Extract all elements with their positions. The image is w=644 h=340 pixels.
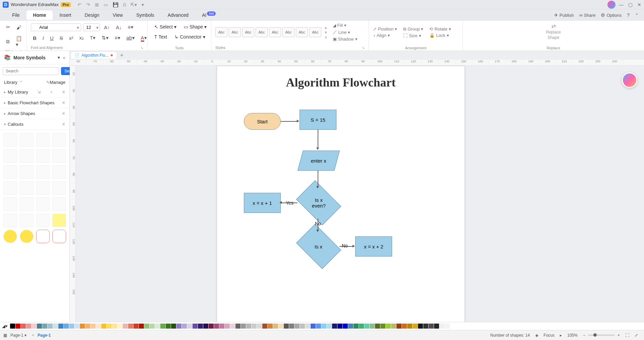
more-icon[interactable]: ▾ xyxy=(142,2,144,7)
copy-icon[interactable]: ⧉ xyxy=(4,37,12,46)
redo-icon[interactable]: ↷ xyxy=(86,2,90,7)
shape-thumb[interactable] xyxy=(52,133,66,147)
color-swatch[interactable] xyxy=(230,324,235,329)
color-swatch[interactable] xyxy=(370,324,375,329)
color-swatch[interactable] xyxy=(187,324,192,329)
color-swatch[interactable] xyxy=(203,324,208,329)
shape-thumb[interactable] xyxy=(3,149,17,163)
lock-button[interactable]: 🔒Lock ▾ xyxy=(429,33,451,38)
color-swatch[interactable] xyxy=(413,324,418,329)
bullets-icon[interactable]: ≡▾ xyxy=(113,34,122,42)
connector-tool[interactable]: ↳Connector ▾ xyxy=(172,33,208,41)
focus-button[interactable]: Focus xyxy=(544,333,555,338)
close-cat-icon[interactable]: ✕ xyxy=(62,111,65,116)
color-swatch[interactable] xyxy=(423,324,428,329)
color-swatch[interactable] xyxy=(332,324,337,329)
label-no2[interactable]: No xyxy=(342,243,348,248)
color-swatch[interactable] xyxy=(96,324,101,329)
shape-thumb[interactable] xyxy=(3,133,17,147)
color-swatch[interactable] xyxy=(257,324,262,329)
shape-thumb[interactable] xyxy=(36,181,50,195)
text-align-icon[interactable]: ≡▾ xyxy=(126,23,136,32)
strikethrough-icon[interactable]: S xyxy=(58,34,65,42)
save-icon[interactable]: 💾 xyxy=(113,2,118,7)
shape-thumb[interactable] xyxy=(20,181,34,195)
io-enterx[interactable]: enter x xyxy=(298,151,340,171)
text-tool[interactable]: TText xyxy=(152,33,170,41)
close-icon[interactable]: ✕ xyxy=(637,2,641,7)
color-swatch[interactable] xyxy=(219,324,224,329)
symbol-search-input[interactable] xyxy=(3,67,59,75)
color-swatch[interactable] xyxy=(418,324,423,329)
cut-icon[interactable]: ✂ xyxy=(4,23,12,32)
shape-thumb[interactable] xyxy=(52,230,66,243)
color-swatch[interactable] xyxy=(359,324,364,329)
shape-thumb[interactable] xyxy=(36,214,50,227)
maximize-icon[interactable]: ▢ xyxy=(628,2,633,7)
color-swatch[interactable] xyxy=(80,324,85,329)
color-swatch[interactable] xyxy=(160,324,165,329)
color-swatch[interactable] xyxy=(42,324,47,329)
color-swatch[interactable] xyxy=(91,324,96,329)
color-swatch[interactable] xyxy=(32,324,37,329)
shape-thumb[interactable] xyxy=(52,181,66,195)
shape-thumb[interactable] xyxy=(52,197,66,211)
shape-thumb[interactable] xyxy=(52,165,66,179)
minimize-icon[interactable]: — xyxy=(619,2,624,7)
color-swatch[interactable] xyxy=(123,324,128,329)
color-swatch[interactable] xyxy=(69,324,74,329)
share-button[interactable]: ∞Share xyxy=(579,12,596,18)
undo-icon[interactable]: ↶ xyxy=(77,2,82,7)
color-swatch[interactable] xyxy=(252,324,257,329)
fit-page-icon[interactable]: ⛶ xyxy=(625,333,629,338)
page-title[interactable]: Algorithm Flowchart xyxy=(217,75,465,90)
color-swatch[interactable] xyxy=(182,324,187,329)
superscript-icon[interactable]: x² xyxy=(67,34,75,42)
color-swatch[interactable] xyxy=(305,324,310,329)
color-swatch[interactable] xyxy=(337,324,342,329)
group-button[interactable]: ⧉Group ▾ xyxy=(403,26,423,32)
tab-file[interactable]: File xyxy=(5,10,26,20)
color-swatch[interactable] xyxy=(21,324,26,329)
shape-tool[interactable]: ▭Shape ▾ xyxy=(181,23,209,31)
format-painter-icon[interactable]: 🖌 xyxy=(14,23,23,32)
color-swatch[interactable] xyxy=(58,324,63,329)
category-arrow-shapes[interactable]: ▸ Arrow Shapes ✕ xyxy=(0,108,69,119)
new-icon[interactable]: ⊞ xyxy=(95,2,99,7)
font-dialog-icon[interactable]: ↘ xyxy=(140,46,143,50)
color-swatch[interactable] xyxy=(262,324,267,329)
select-tool[interactable]: ↖Select ▾ xyxy=(152,23,179,31)
process-xp2[interactable]: x = x + 2 xyxy=(355,236,392,257)
process-s15[interactable]: S = 15 xyxy=(300,110,336,130)
case-icon[interactable]: T▾ xyxy=(88,34,98,42)
color-swatch[interactable] xyxy=(327,324,332,329)
color-swatch[interactable] xyxy=(235,324,240,329)
color-swatch[interactable] xyxy=(429,324,434,329)
doc-tab[interactable]: 📄 Algorithm Flo... xyxy=(71,52,116,59)
style-scroll-down[interactable]: ▾ xyxy=(325,30,327,35)
arrow[interactable] xyxy=(318,130,318,148)
color-swatch[interactable] xyxy=(321,324,326,329)
color-swatch[interactable] xyxy=(391,324,396,329)
color-swatch[interactable] xyxy=(193,324,198,329)
zoom-in-button[interactable]: + xyxy=(618,333,620,338)
color-swatch[interactable] xyxy=(343,324,348,329)
arrow[interactable] xyxy=(339,246,354,247)
style-swatch[interactable]: Abc xyxy=(309,27,321,37)
replace-shape-button[interactable]: ⇄ Replace Shape xyxy=(467,23,640,40)
color-swatch[interactable] xyxy=(407,324,412,329)
color-swatch[interactable] xyxy=(439,324,444,329)
arrow[interactable] xyxy=(318,171,318,187)
print-icon[interactable]: ⎙ xyxy=(123,2,126,7)
category-my-library[interactable]: ▸ My Library ⇲ + ✕ xyxy=(0,87,69,98)
color-swatch[interactable] xyxy=(176,324,181,329)
color-swatch[interactable] xyxy=(364,324,369,329)
arrow[interactable] xyxy=(318,219,318,230)
tab-home[interactable]: Home xyxy=(26,10,53,20)
line-spacing-icon[interactable]: ⇅▾ xyxy=(100,34,111,42)
color-swatch[interactable] xyxy=(246,324,251,329)
add-icon[interactable]: + xyxy=(50,90,53,95)
canvas[interactable]: Algorithm Flowchart Start S = 15 enter x… xyxy=(76,66,644,322)
shape-thumb[interactable] xyxy=(36,197,50,211)
tab-design[interactable]: Design xyxy=(78,10,106,20)
